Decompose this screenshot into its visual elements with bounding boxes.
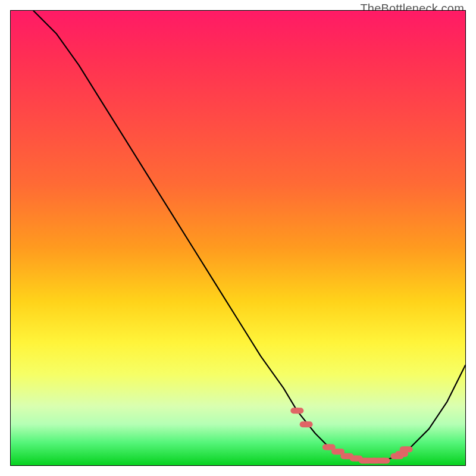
- marker-dot: [380, 458, 386, 464]
- marker-dot: [326, 444, 332, 450]
- plot-area: [10, 10, 466, 466]
- curve-layer: [11, 11, 465, 465]
- marker-dot: [303, 421, 309, 427]
- marker-dot: [362, 458, 368, 464]
- bottleneck-curve: [33, 11, 465, 461]
- chart-frame: TheBottleneck.com: [0, 0, 476, 476]
- marker-dot: [294, 408, 300, 414]
- marker-dot: [344, 453, 350, 459]
- curve-markers: [293, 408, 409, 464]
- marker-dot: [371, 458, 377, 464]
- marker-dot: [335, 449, 341, 455]
- marker-dot: [403, 446, 409, 452]
- marker-dot: [353, 456, 359, 462]
